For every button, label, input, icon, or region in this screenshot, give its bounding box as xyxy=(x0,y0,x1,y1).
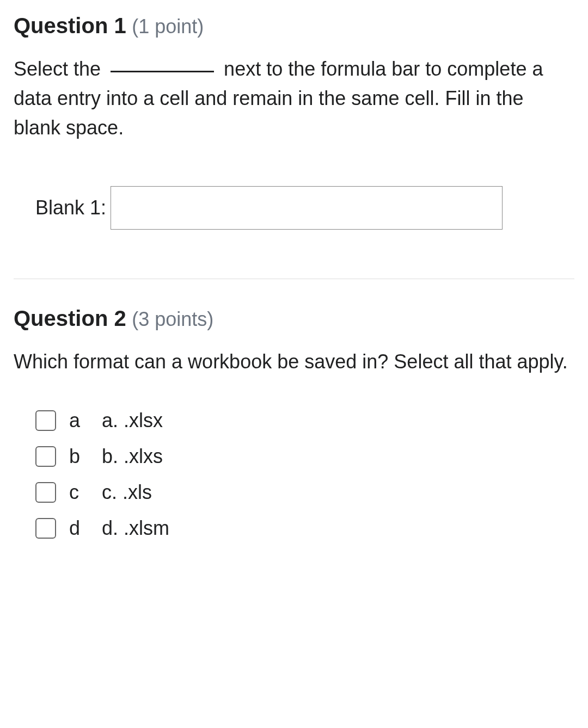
option-b-row: b b. .xlxs xyxy=(35,445,574,468)
question-2-header: Question 2 (3 points) xyxy=(14,306,574,331)
question-2-prompt: Which format can a workbook be saved in?… xyxy=(14,347,574,377)
option-c-text: c. .xls xyxy=(102,481,152,504)
question-2-title: Question 2 xyxy=(14,306,126,330)
option-a-row: a a. .xlsx xyxy=(35,409,574,432)
option-d-text: d. .xlsm xyxy=(102,517,169,540)
question-2-points: (3 points) xyxy=(132,308,213,330)
option-a-checkbox[interactable] xyxy=(35,410,56,431)
option-c-letter: c xyxy=(69,481,102,504)
option-d-checkbox[interactable] xyxy=(35,518,56,539)
option-c-checkbox[interactable] xyxy=(35,482,56,503)
option-b-letter: b xyxy=(69,445,102,468)
blank-1-row: Blank 1: xyxy=(35,186,574,230)
blank-1-input[interactable] xyxy=(111,186,503,230)
blank-line xyxy=(111,71,214,72)
question-1-prompt-before: Select the xyxy=(14,58,106,80)
question-1-prompt: Select the next to the formula bar to co… xyxy=(14,54,574,143)
option-a-letter: a xyxy=(69,409,102,432)
question-1-points: (1 point) xyxy=(132,15,204,38)
question-1-header: Question 1 (1 point) xyxy=(14,14,574,38)
option-b-checkbox[interactable] xyxy=(35,446,56,467)
option-b-text: b. .xlxs xyxy=(102,445,163,468)
question-2: Question 2 (3 points) Which format can a… xyxy=(14,306,574,580)
question-1-title: Question 1 xyxy=(14,14,126,38)
option-a-text: a. .xlsx xyxy=(102,409,163,432)
question-1: Question 1 (1 point) Select the next to … xyxy=(14,14,574,279)
option-d-row: d d. .xlsm xyxy=(35,517,574,540)
question-2-options: a a. .xlsx b b. .xlxs c c. .xls d d. .xl… xyxy=(35,409,574,540)
blank-1-label: Blank 1: xyxy=(35,196,106,219)
option-d-letter: d xyxy=(69,517,102,540)
option-c-row: c c. .xls xyxy=(35,481,574,504)
